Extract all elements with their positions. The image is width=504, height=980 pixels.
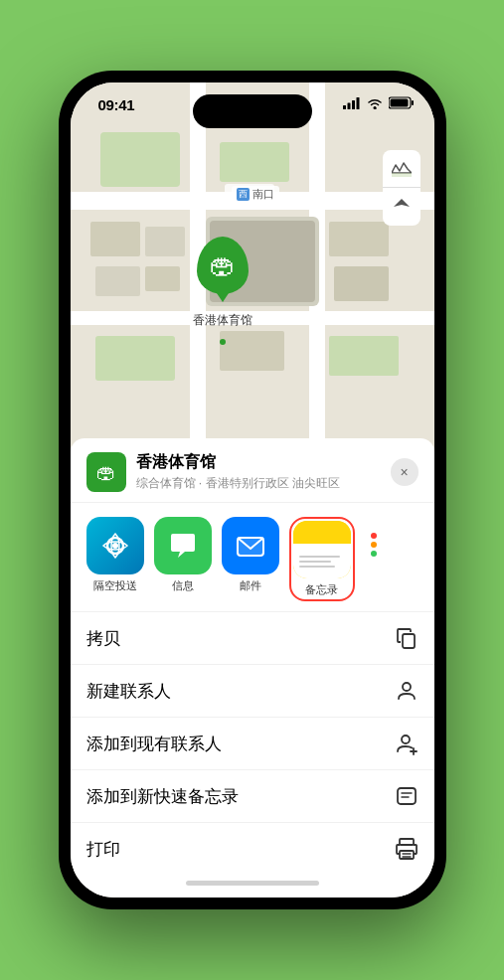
marker-label: 香港体育馆 (193, 312, 252, 329)
mail-icon-bg (222, 517, 279, 574)
svg-rect-25 (329, 336, 399, 376)
airdrop-symbol (97, 528, 133, 564)
app-item-mail[interactable]: 邮件 (222, 517, 279, 593)
stadium-icon: 🏟 (210, 250, 236, 281)
print-icon (395, 837, 419, 861)
add-contact-icon (395, 732, 419, 755)
action-label-add-notes: 添加到新快速备忘录 (86, 785, 239, 808)
svg-rect-3 (356, 97, 359, 109)
svg-rect-19 (329, 222, 389, 256)
map-type-button[interactable] (383, 150, 420, 188)
mail-label: 邮件 (240, 578, 261, 593)
dot-stack (371, 533, 377, 557)
svg-marker-29 (394, 199, 410, 207)
location-button[interactable] (383, 188, 420, 226)
svg-point-36 (402, 735, 410, 743)
notes-line-2 (299, 561, 331, 563)
svg-rect-1 (347, 102, 350, 109)
home-indicator-area (71, 875, 434, 890)
messages-label: 信息 (172, 578, 194, 593)
location-arrow-icon (393, 198, 411, 216)
venue-name: 香港体育馆 (136, 452, 391, 473)
svg-point-4 (373, 106, 376, 109)
notes-line-3 (299, 566, 336, 568)
svg-rect-34 (403, 634, 415, 648)
svg-rect-24 (95, 336, 175, 381)
quick-note-icon (395, 784, 419, 808)
notes-line-1 (299, 556, 340, 558)
venue-info: 香港体育馆 综合体育馆 · 香港特别行政区 油尖旺区 (136, 452, 391, 492)
dot-orange (371, 542, 377, 548)
action-row-new-contact[interactable]: 新建联系人 (71, 665, 434, 718)
svg-marker-27 (392, 163, 412, 173)
svg-rect-42 (400, 839, 414, 845)
airdrop-label: 隔空投送 (93, 578, 137, 593)
mail-symbol (233, 528, 268, 564)
app-item-messages[interactable]: 信息 (154, 517, 212, 593)
messages-icon-bg (154, 517, 212, 574)
svg-rect-21 (95, 266, 140, 296)
app-icons-row: 隔空投送 信息 (71, 503, 434, 612)
more-indicator (365, 517, 383, 557)
svg-rect-39 (398, 788, 416, 804)
status-time: 09:41 (98, 96, 135, 113)
venue-subtitle: 综合体育馆 · 香港特别行政区 油尖旺区 (136, 475, 391, 492)
svg-rect-6 (412, 100, 414, 105)
notes-label: 备忘录 (305, 582, 338, 597)
notes-icon-bg (293, 521, 351, 578)
map-controls (383, 150, 420, 226)
marker-dot (220, 339, 226, 345)
action-row-add-existing[interactable]: 添加到现有联系人 (71, 718, 434, 770)
phone-inner: 09:41 (71, 82, 434, 898)
svg-rect-13 (100, 132, 180, 187)
marker-pin: 🏟 (197, 237, 249, 294)
svg-rect-2 (352, 100, 355, 109)
svg-rect-28 (392, 173, 412, 177)
svg-rect-17 (90, 222, 140, 256)
notes-inner (293, 521, 351, 578)
venue-icon: 🏟 (86, 452, 126, 492)
svg-rect-23 (220, 331, 284, 371)
app-item-airdrop[interactable]: 隔空投送 (86, 517, 144, 593)
svg-rect-10 (71, 311, 434, 325)
svg-rect-43 (400, 851, 414, 859)
svg-rect-20 (334, 266, 389, 301)
copy-icon (395, 626, 419, 650)
action-label-new-contact: 新建联系人 (86, 680, 171, 703)
svg-rect-18 (145, 227, 185, 256)
bottom-sheet: 🏟 香港体育馆 综合体育馆 · 香港特别行政区 油尖旺区 × (71, 438, 434, 898)
sheet-header: 🏟 香港体育馆 综合体育馆 · 香港特别行政区 油尖旺区 × (71, 438, 434, 503)
dynamic-island (193, 94, 312, 128)
venue-icon-symbol: 🏟 (96, 461, 116, 484)
phone-frame: 09:41 (59, 71, 446, 909)
airdrop-icon-bg (86, 517, 144, 574)
action-row-add-notes[interactable]: 添加到新快速备忘录 (71, 770, 434, 823)
map-icon (392, 161, 412, 177)
action-label-copy: 拷贝 (86, 627, 120, 650)
app-item-notes[interactable]: 备忘录 (289, 517, 355, 601)
home-indicator (186, 881, 319, 886)
svg-rect-0 (343, 105, 346, 109)
notes-top (293, 521, 351, 544)
svg-rect-7 (390, 99, 408, 107)
svg-point-31 (112, 543, 118, 549)
messages-symbol (165, 528, 201, 564)
status-icons (343, 96, 415, 109)
svg-rect-14 (220, 142, 289, 182)
svg-point-35 (403, 683, 411, 691)
svg-rect-22 (145, 266, 180, 291)
action-label-add-existing: 添加到现有联系人 (86, 733, 222, 755)
notes-lines (293, 544, 351, 578)
battery-icon (389, 96, 415, 109)
dot-green (371, 551, 377, 557)
map-label-north: 西 南口 (232, 186, 279, 203)
action-row-print[interactable]: 打印 (71, 823, 434, 875)
new-contact-icon (395, 679, 419, 703)
close-button[interactable]: × (391, 458, 419, 486)
wifi-icon (367, 97, 383, 109)
signal-icon (343, 97, 361, 109)
dot-red (371, 533, 377, 539)
action-label-print: 打印 (86, 838, 120, 861)
action-row-copy[interactable]: 拷贝 (71, 612, 434, 665)
stadium-marker: 🏟 香港体育馆 (193, 237, 252, 329)
